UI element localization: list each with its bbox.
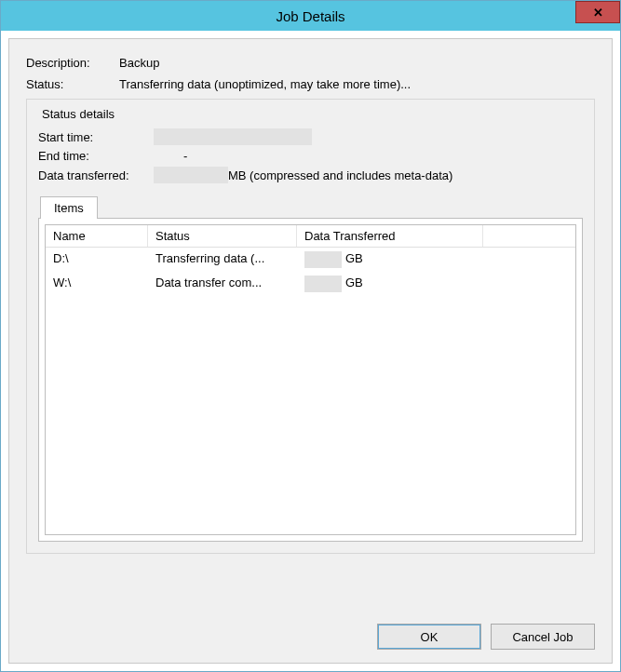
column-header-spacer	[483, 225, 575, 247]
close-button[interactable]: ✕	[575, 1, 620, 23]
cell-data: GB	[297, 249, 483, 270]
start-time-label: Start time:	[38, 130, 154, 144]
button-row: OK Cancel Job	[377, 624, 595, 650]
window-title: Job Details	[276, 8, 344, 24]
cell-status: Data transfer com...	[148, 274, 297, 294]
status-details-group: Status details Start time: End time: - D…	[26, 99, 595, 554]
table-row[interactable]: W:\ Data transfer com... GB	[46, 272, 575, 296]
description-row: Description: Backup	[26, 56, 595, 70]
column-header-data[interactable]: Data Transferred	[297, 225, 483, 247]
status-label: Status:	[26, 77, 119, 91]
titlebar: Job Details ✕	[1, 1, 620, 31]
status-value: Transferring data (unoptimized, may take…	[119, 77, 595, 91]
tab-items[interactable]: Items	[40, 196, 98, 219]
items-panel: Name Status Data Transferred D:\ Transfe…	[38, 218, 583, 542]
end-time-row: End time: -	[38, 149, 583, 163]
table-row[interactable]: D:\ Transferring data (... GB	[46, 248, 575, 272]
close-icon: ✕	[593, 6, 603, 20]
cell-data: GB	[297, 274, 483, 294]
list-header: Name Status Data Transferred	[46, 225, 575, 248]
column-header-name[interactable]: Name	[46, 225, 148, 247]
data-transferred-row: Data transferred: MB (compressed and inc…	[38, 167, 583, 183]
status-details-legend: Status details	[38, 107, 118, 121]
cell-status: Transferring data (...	[148, 249, 297, 270]
cell-name: W:\	[46, 274, 148, 294]
items-listview[interactable]: Name Status Data Transferred D:\ Transfe…	[45, 224, 576, 535]
cell-data-unit: GB	[345, 251, 363, 265]
end-time-label: End time:	[38, 149, 154, 163]
cancel-job-button[interactable]: Cancel Job	[491, 624, 595, 650]
list-body: D:\ Transferring data (... GB W:\ Data t…	[46, 248, 575, 534]
data-transferred-value-redacted	[154, 167, 228, 183]
cell-data-unit: GB	[345, 276, 363, 289]
start-time-row: Start time:	[38, 128, 583, 145]
data-transferred-label: Data transferred:	[38, 168, 154, 182]
start-time-value-redacted	[154, 128, 312, 145]
job-details-window: Job Details ✕ Description: Backup Status…	[0, 0, 621, 672]
cell-data-value-redacted	[304, 276, 342, 292]
end-time-value: -	[154, 149, 187, 163]
cell-name: D:\	[46, 249, 148, 270]
description-label: Description:	[26, 56, 119, 70]
status-row: Status: Transferring data (unoptimized, …	[26, 77, 595, 91]
tabstrip: Items	[40, 196, 583, 219]
client-area: Description: Backup Status: Transferring…	[8, 38, 613, 664]
column-header-status[interactable]: Status	[148, 225, 297, 247]
data-transferred-suffix: MB (compressed and includes meta-data)	[228, 168, 452, 182]
ok-button[interactable]: OK	[377, 624, 481, 650]
cell-data-value-redacted	[304, 251, 342, 268]
description-value: Backup	[119, 56, 595, 70]
